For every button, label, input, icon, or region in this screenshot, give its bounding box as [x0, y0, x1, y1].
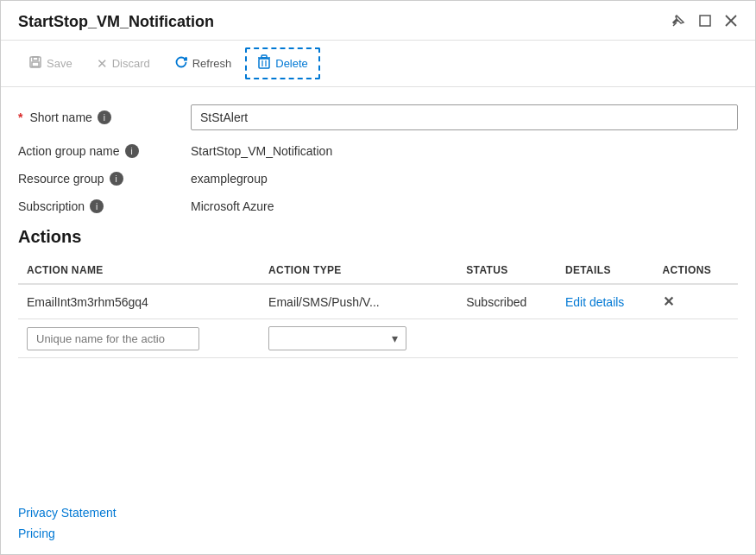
edit-details-link[interactable]: Edit details	[565, 295, 624, 309]
save-button[interactable]: Save	[18, 50, 83, 77]
subscription-row: Subscription i Microsoft Azure	[18, 199, 738, 213]
resource-group-value: examplegroup	[191, 172, 268, 186]
main-panel: StartStop_VM_Notification	[0, 0, 756, 555]
toolbar: Save ✕ Discard Refresh	[1, 41, 755, 87]
pin-button[interactable]	[671, 13, 686, 31]
subscription-info-icon[interactable]: i	[90, 199, 104, 213]
action-type-cell: Email/SMS/Push/V...	[260, 284, 457, 319]
new-action-status-cell	[457, 319, 557, 358]
title-bar: StartStop_VM_Notification	[1, 1, 755, 41]
col-action-type: ACTION TYPE	[260, 257, 457, 284]
svg-rect-6	[32, 62, 39, 66]
save-icon	[28, 55, 42, 72]
discard-button[interactable]: ✕ Discard	[86, 51, 161, 77]
main-content: Short name i Action group name i StartSt…	[1, 87, 755, 492]
save-label: Save	[47, 57, 72, 70]
col-actions: ACTIONS	[654, 257, 738, 284]
table-row: EmailInt3m3rhm56gq4 Email/SMS/Push/V... …	[18, 284, 738, 319]
col-action-name: ACTION NAME	[18, 257, 260, 284]
action-group-name-info-icon[interactable]: i	[125, 144, 139, 158]
svg-rect-9	[261, 55, 267, 58]
refresh-button[interactable]: Refresh	[164, 50, 243, 77]
resource-group-label: Resource group i	[18, 172, 191, 186]
short-name-row: Short name i	[18, 104, 738, 130]
discard-label: Discard	[112, 57, 150, 70]
short-name-info-icon[interactable]: i	[98, 110, 111, 124]
refresh-icon	[174, 55, 188, 72]
new-action-type-cell: Email/SMS/Push/Voice Webhook Azure Funct…	[260, 319, 457, 358]
subscription-value: Microsoft Azure	[191, 199, 274, 213]
panel-title: StartStop_VM_Notification	[18, 13, 214, 31]
svg-rect-1	[700, 16, 710, 26]
svg-rect-7	[259, 59, 269, 68]
action-group-name-label: Action group name i	[18, 144, 191, 158]
svg-rect-5	[33, 57, 38, 60]
actions-section-title: Actions	[18, 227, 738, 247]
close-button[interactable]	[724, 14, 738, 30]
delete-button[interactable]: Delete	[245, 47, 320, 79]
discard-icon: ✕	[97, 56, 108, 72]
new-action-details-cell	[557, 319, 654, 358]
footer: Privacy Statement Pricing	[1, 492, 755, 554]
action-type-select[interactable]: Email/SMS/Push/Voice Webhook Azure Funct…	[268, 326, 406, 350]
short-name-input[interactable]	[191, 104, 738, 130]
pricing-link[interactable]: Pricing	[18, 527, 738, 540]
actions-cell: ✕	[654, 284, 738, 319]
action-group-name-row: Action group name i StartStop_VM_Notific…	[18, 144, 738, 158]
resource-group-row: Resource group i examplegroup	[18, 172, 738, 186]
actions-table: ACTION NAME ACTION TYPE STATUS DETAILS A…	[18, 257, 738, 358]
refresh-label: Refresh	[192, 57, 232, 70]
subscription-label: Subscription i	[18, 199, 191, 213]
new-action-row: Email/SMS/Push/Voice Webhook Azure Funct…	[18, 319, 738, 358]
maximize-button[interactable]	[698, 14, 712, 30]
new-action-name-input[interactable]	[27, 327, 199, 350]
short-name-label: Short name i	[18, 110, 191, 124]
delete-label: Delete	[275, 57, 308, 70]
title-bar-icons	[671, 13, 738, 31]
details-cell: Edit details	[557, 284, 654, 319]
table-header-row: ACTION NAME ACTION TYPE STATUS DETAILS A…	[18, 257, 738, 284]
privacy-statement-link[interactable]: Privacy Statement	[18, 506, 738, 520]
status-cell: Subscribed	[457, 284, 557, 319]
col-status: STATUS	[457, 257, 557, 284]
action-group-name-value: StartStop_VM_Notification	[191, 144, 332, 158]
action-name-cell: EmailInt3m3rhm56gq4	[18, 284, 260, 319]
resource-group-info-icon[interactable]: i	[110, 172, 123, 186]
col-details: DETAILS	[557, 257, 654, 284]
new-action-name-cell	[18, 319, 260, 358]
delete-icon	[257, 54, 271, 73]
action-type-select-wrapper: Email/SMS/Push/Voice Webhook Azure Funct…	[268, 326, 406, 350]
new-action-actions-cell	[654, 319, 738, 358]
remove-row-button[interactable]: ✕	[663, 294, 674, 309]
